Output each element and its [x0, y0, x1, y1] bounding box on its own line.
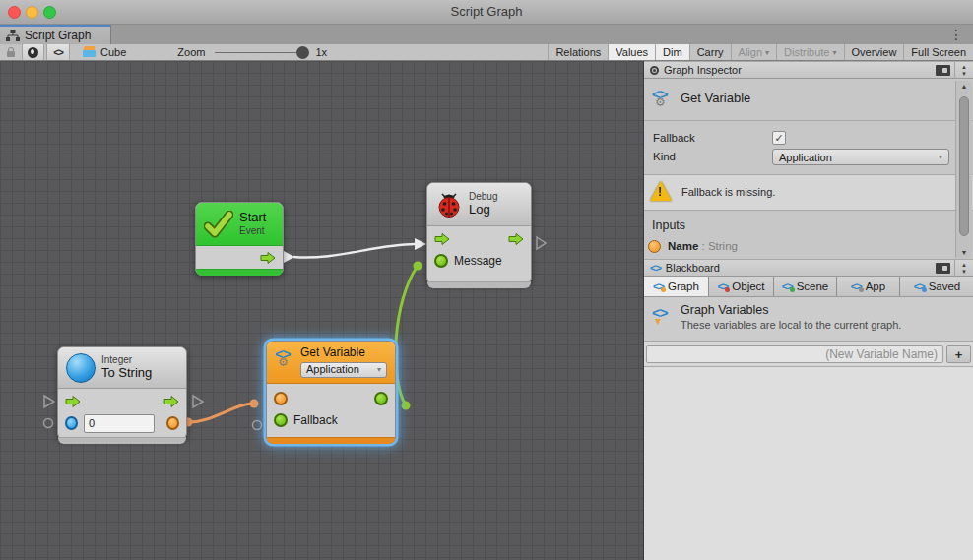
blackboard-tabs: <> Graph <> Object <> Scene <> App <> Sa… — [644, 277, 973, 297]
string-output-port[interactable] — [166, 416, 179, 430]
variable-kind-dropdown[interactable]: Application ▾ — [300, 362, 387, 378]
check-icon: ✓ — [774, 132, 783, 144]
gear-icon: ⚙ — [655, 95, 666, 109]
tab-label: Script Graph — [25, 29, 91, 42]
graph-hierarchy-icon — [6, 30, 20, 41]
values-button[interactable]: Values — [608, 44, 655, 60]
new-variable-input[interactable] — [646, 345, 943, 363]
graph-inspector-header[interactable]: Graph Inspector ▲▼ — [644, 61, 973, 79]
wire-start-to-log[interactable] — [293, 244, 415, 258]
zoom-slider[interactable] — [215, 52, 303, 53]
node-integer-to-string[interactable]: Integer To String — [57, 346, 187, 440]
carry-button[interactable]: Carry — [689, 44, 731, 60]
kind-dropdown[interactable]: Application ▾ — [772, 149, 949, 165]
toolbar-left: <> Cube Zoom 1x — [0, 44, 327, 60]
ladybug-debug-icon — [435, 191, 463, 218]
add-icon: + — [955, 347, 963, 362]
name-input-port[interactable] — [274, 392, 288, 405]
node-debug-log[interactable]: Debug Log Message — [426, 182, 532, 284]
panel-scroll-arrows[interactable]: ▲▼ — [954, 260, 973, 277]
zoom-to-fit-button[interactable] — [22, 44, 44, 60]
string-port-icon — [648, 240, 661, 253]
integer-value-field[interactable] — [84, 414, 155, 433]
zoom-slider-handle[interactable] — [296, 46, 309, 59]
inspector-scrollbar[interactable]: ▲ ▼ — [955, 81, 972, 258]
zoom-label: Zoom — [177, 46, 205, 58]
tab-bar: Script Graph ⋮ — [0, 25, 973, 44]
tab-saved[interactable]: <> Saved — [900, 277, 973, 296]
unconnected-value-port[interactable] — [44, 419, 53, 428]
value-output-port[interactable] — [374, 392, 388, 405]
node-start-event[interactable]: Start Event — [195, 202, 284, 276]
gear-icon: ⚙ — [278, 355, 289, 369]
blackboard-header-label: Blackboard — [666, 262, 720, 274]
node-get-variable[interactable]: <> ⚙ Get Variable Application ▾ — [266, 341, 396, 444]
inspector-title: Get Variable — [681, 91, 750, 105]
add-variable-button[interactable]: + — [946, 345, 971, 363]
flow-input-port[interactable] — [434, 232, 450, 246]
unconnected-flow-port[interactable] — [44, 396, 54, 407]
toolbar-right: Relations Values Dim Carry Align▾ Distri… — [548, 44, 973, 60]
panel-scroll-arrows[interactable]: ▲▼ — [954, 62, 973, 79]
flow-output-port[interactable] — [508, 232, 524, 246]
flow-output-port[interactable] — [163, 395, 179, 408]
node-title: To String — [101, 366, 152, 381]
maximize-panel-icon[interactable] — [936, 65, 950, 76]
lock-button[interactable] — [0, 48, 22, 57]
integer-type-icon — [66, 353, 96, 383]
fullscreen-button[interactable]: Full Screen — [903, 44, 973, 60]
relations-button[interactable]: Relations — [548, 44, 608, 60]
lock-icon — [7, 51, 15, 57]
graph-variables-title: Graph Variables — [681, 303, 768, 317]
wire-int-to-getvar[interactable] — [188, 404, 254, 422]
overview-button[interactable]: Overview — [844, 44, 904, 60]
graph-toolbar: <> Cube Zoom 1x Relations Values Dim Car… — [0, 44, 973, 61]
scroll-up-icon[interactable]: ▲ — [956, 83, 972, 90]
target-icon — [28, 47, 38, 58]
wire-getvar-to-message[interactable] — [396, 266, 418, 405]
tab-script-graph[interactable]: Script Graph — [0, 25, 111, 44]
connection-wires — [0, 61, 643, 560]
graph-canvas[interactable]: Start Event — [0, 61, 643, 560]
blackboard-header[interactable]: <> Blackboard ▲▼ — [644, 259, 973, 277]
flow-output-port[interactable] — [260, 251, 276, 265]
more-menu-icon[interactable]: ⋮ — [949, 26, 963, 43]
inspector-header-label: Graph Inspector — [664, 64, 742, 76]
dim-button[interactable]: Dim — [655, 44, 689, 60]
tab-app[interactable]: <> App — [837, 277, 900, 296]
tab-object[interactable]: <> Object — [709, 277, 774, 296]
side-panel: Graph Inspector ▲▼ <> ⚙ Get Variable Fal… — [643, 61, 973, 560]
chevron-down-icon: ▾ — [939, 153, 942, 161]
warning-text: Fallback is missing. — [681, 186, 775, 198]
wire-dot — [402, 402, 411, 410]
scrollbar-thumb[interactable] — [959, 96, 969, 236]
window-title: Script Graph — [0, 4, 973, 19]
fallback-checkbox[interactable]: ✓ — [772, 131, 786, 145]
flow-input-port[interactable] — [65, 395, 81, 408]
node-title: Get Variable — [300, 346, 387, 360]
edit-source-button[interactable]: <> — [46, 44, 70, 60]
get-variable-icon: <> ⚙ — [652, 87, 676, 110]
node-title: Log — [469, 203, 497, 218]
variable-icon: <> ⚙ — [275, 346, 294, 370]
unconnected-value-port[interactable] — [253, 421, 262, 430]
scroll-down-icon[interactable]: ▼ — [956, 249, 972, 256]
message-input-port[interactable] — [434, 254, 448, 268]
integer-input-port[interactable] — [65, 416, 78, 430]
tab-scene[interactable]: <> Scene — [774, 277, 837, 296]
wire-dot — [250, 400, 259, 408]
chevron-down-icon: ▾ — [765, 48, 769, 57]
script-graph-window: Script Graph Script Graph ⋮ <> Cube Zoom — [0, 0, 973, 560]
unconnected-flow-port[interactable] — [193, 396, 203, 407]
maximize-panel-icon[interactable] — [936, 263, 950, 274]
fallback-input-port[interactable] — [274, 413, 288, 427]
warning-icon — [650, 181, 672, 201]
port-label: Message — [454, 254, 502, 268]
inputs-heading: Inputs — [652, 218, 685, 232]
chevron-down-icon: ▾ — [377, 365, 381, 374]
unconnected-flow-port[interactable] — [537, 237, 546, 249]
zoom-value: 1x — [315, 46, 327, 58]
panel-empty-area — [644, 367, 973, 560]
code-icon: <> — [650, 262, 661, 274]
tab-graph[interactable]: <> Graph — [644, 277, 709, 296]
